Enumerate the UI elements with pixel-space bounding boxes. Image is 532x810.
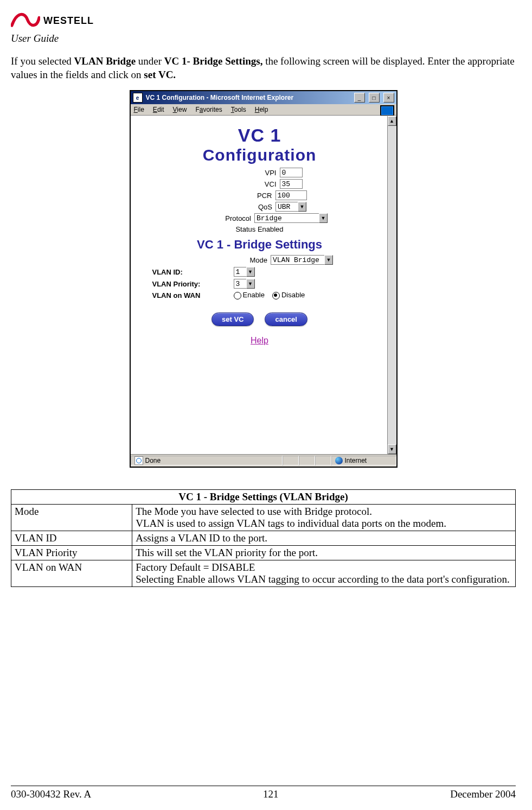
vlan-wan-enable-option[interactable]: Enable: [234, 291, 265, 299]
help-link[interactable]: Help: [136, 336, 383, 346]
vlan-wan-disable-option[interactable]: Disable: [272, 291, 305, 299]
table-row: VLAN ID Assigns a VLAN ID to the port.: [11, 531, 516, 546]
window-title: VC 1 Configuration - Microsoft Internet …: [146, 94, 350, 101]
pcr-input[interactable]: [275, 190, 307, 200]
enable-label: Enable: [243, 291, 265, 299]
globe-icon: [335, 457, 343, 464]
table-row: Mode The Mode you have selected to use w…: [11, 505, 516, 531]
table-key: VLAN on WAN: [11, 560, 132, 587]
window-titlebar: e VC 1 Configuration - Microsoft Interne…: [131, 91, 396, 104]
menubar: File Edit View Favorites Tools Help: [131, 104, 396, 116]
vpi-label: VPI: [217, 169, 277, 177]
qos-select[interactable]: UBR: [275, 202, 298, 212]
cancel-button[interactable]: cancel: [265, 312, 307, 326]
table-val: This will set the VLAN priority for the …: [132, 546, 516, 560]
bridge-settings-heading: VC 1 - Bridge Settings: [136, 238, 383, 252]
maximize-button[interactable]: □: [369, 93, 380, 103]
table-text: The Mode you have selected to use with B…: [136, 506, 446, 529]
menu-label: vorites: [203, 106, 222, 113]
page-heading-line1: VC 1: [136, 125, 383, 146]
menu-label: iew: [177, 106, 187, 113]
status-pane-done: Done: [131, 456, 283, 465]
table-val: Assigns a VLAN ID to the port.: [132, 531, 516, 546]
status-text: Done: [145, 457, 161, 464]
table-val: The Mode you have selected to use with B…: [132, 505, 516, 531]
menu-help[interactable]: Help: [255, 106, 268, 113]
intro-paragraph: If you selected VLAN Bridge under VC 1- …: [11, 55, 516, 81]
table-key: VLAN ID: [11, 531, 132, 546]
chevron-down-icon[interactable]: ▼: [246, 267, 255, 277]
menu-label: ile: [138, 106, 144, 113]
menu-favorites[interactable]: Favorites: [195, 106, 222, 113]
menu-label: elp: [259, 106, 268, 113]
mode-select[interactable]: VLAN Bridge: [271, 255, 325, 265]
intro-bold-2: VC 1- Bridge Settings,: [164, 55, 263, 67]
menu-edit[interactable]: Edit: [153, 106, 164, 113]
intro-bold-1: VLAN Bridge: [74, 55, 136, 67]
set-vc-button[interactable]: set VC: [211, 312, 254, 326]
table-text: Factory Default = DISABLE Selecting Enab…: [136, 562, 510, 585]
chevron-down-icon[interactable]: ▼: [319, 213, 328, 223]
ie-app-icon: e: [133, 93, 143, 103]
mode-label: Mode: [186, 256, 267, 264]
vertical-scrollbar[interactable]: ▲ ▼: [387, 116, 396, 454]
table-key: Mode: [11, 505, 132, 531]
status-pane-zone: Internet: [331, 456, 396, 465]
menu-file[interactable]: File: [134, 106, 144, 113]
brand-logo: WESTELL: [11, 11, 516, 30]
footer-page-number: 121: [263, 788, 279, 800]
page-heading-line2: Configuration: [136, 146, 383, 164]
menu-label: dit: [157, 106, 164, 113]
intro-bold-3: set VC.: [144, 69, 176, 80]
settings-table: VC 1 - Bridge Settings (VLAN Bridge) Mod…: [11, 489, 516, 587]
minimize-button[interactable]: _: [354, 93, 365, 103]
table-row: VLAN on WAN Factory Default = DISABLE Se…: [11, 560, 516, 587]
zone-text: Internet: [345, 457, 367, 464]
vci-label: VCI: [217, 180, 277, 188]
scroll-up-button[interactable]: ▲: [388, 116, 396, 126]
vlan-priority-select[interactable]: 3: [234, 279, 247, 289]
pcr-label: PCR: [213, 192, 272, 200]
menu-label: ools: [234, 106, 246, 113]
footer-rev: 030-300432 Rev. A: [11, 788, 91, 800]
chevron-down-icon[interactable]: ▼: [298, 202, 306, 212]
status-pane-empty: [283, 456, 299, 465]
menu-tools[interactable]: Tools: [231, 106, 246, 113]
page-icon: [134, 456, 143, 465]
radio-icon: [234, 292, 241, 299]
table-caption: VC 1 - Bridge Settings (VLAN Bridge): [11, 490, 516, 505]
user-guide-label: User Guide: [11, 33, 516, 44]
throbber-icon: [380, 105, 394, 116]
status-value: Enabled: [258, 225, 284, 233]
statusbar: Done Internet: [131, 454, 396, 467]
table-key: VLAN Priority: [11, 546, 132, 560]
footer-date: December 2004: [450, 788, 516, 800]
qos-label: QoS: [213, 203, 272, 211]
intro-text: under: [136, 55, 164, 67]
vpi-input[interactable]: [280, 168, 303, 177]
browser-viewport: ▲ ▼ VC 1 Configuration VPI VCI PCR QoSUB…: [131, 116, 396, 454]
radio-icon: [272, 292, 280, 299]
status-label: Status: [235, 225, 255, 233]
vlan-id-label: VLAN ID:: [152, 268, 234, 276]
protocol-select[interactable]: Bridge: [254, 213, 319, 223]
westell-swoosh-icon: [11, 11, 40, 30]
status-pane-empty: [315, 456, 331, 465]
scroll-down-button[interactable]: ▼: [388, 444, 396, 454]
page-footer: 030-300432 Rev. A 121 December 2004: [11, 786, 516, 800]
vci-input[interactable]: [280, 179, 303, 189]
disable-label: Disable: [281, 291, 305, 299]
brand-text: WESTELL: [43, 15, 94, 27]
protocol-label: Protocol: [191, 214, 251, 222]
table-val: Factory Default = DISABLE Selecting Enab…: [132, 560, 516, 587]
chevron-down-icon[interactable]: ▼: [324, 255, 333, 265]
vlan-id-select[interactable]: 1: [234, 267, 247, 277]
menu-view[interactable]: View: [173, 106, 187, 113]
ie-window: e VC 1 Configuration - Microsoft Interne…: [130, 90, 398, 468]
status-pane-empty: [299, 456, 315, 465]
table-row: VLAN Priority This will set the VLAN pri…: [11, 546, 516, 560]
chevron-down-icon[interactable]: ▼: [246, 279, 255, 289]
close-button[interactable]: ×: [383, 93, 394, 103]
intro-text: If you selected: [11, 55, 74, 67]
vlan-on-wan-label: VLAN on WAN: [152, 291, 234, 299]
